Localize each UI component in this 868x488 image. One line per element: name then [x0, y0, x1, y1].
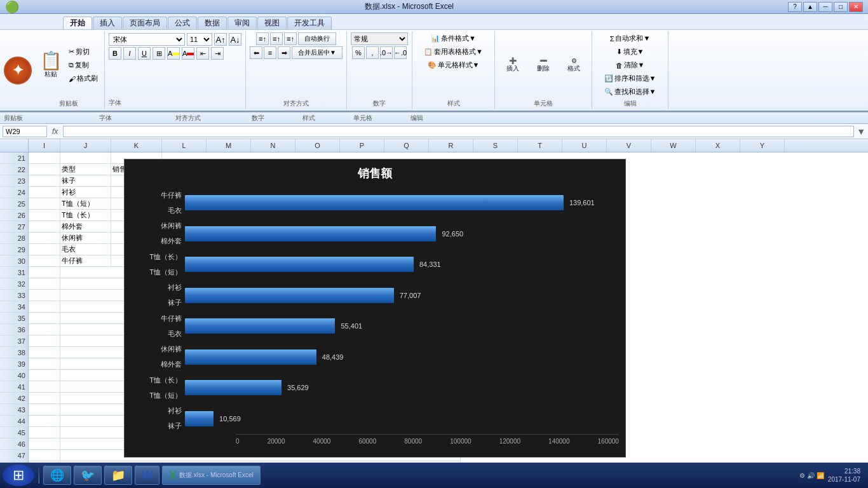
- formula-input[interactable]: [63, 126, 854, 137]
- taskbar-folder[interactable]: 📁: [104, 466, 132, 485]
- font-grow-btn[interactable]: A↑: [214, 33, 227, 46]
- cell-J23[interactable]: 袜子: [60, 175, 111, 187]
- autosum-btn[interactable]: Σ 自动求和▼: [607, 32, 653, 44]
- cell-J21[interactable]: [60, 152, 111, 164]
- maximize-btn[interactable]: □: [834, 2, 848, 12]
- cell-I37[interactable]: [29, 336, 60, 347]
- cell-I21[interactable]: [29, 152, 60, 164]
- align-right-btn[interactable]: ➡: [278, 46, 290, 59]
- cell-J22[interactable]: 类型: [60, 164, 111, 175]
- row-34[interactable]: 34: [0, 301, 28, 313]
- font-color-btn[interactable]: A: [182, 47, 194, 60]
- tab-formula[interactable]: 公式: [168, 17, 197, 29]
- col-S[interactable]: S: [473, 139, 518, 152]
- cell-I22[interactable]: [29, 164, 60, 175]
- row-40[interactable]: 40: [0, 370, 28, 381]
- insert-btn[interactable]: ➕ 插入: [499, 46, 527, 85]
- cell-I40[interactable]: [29, 370, 60, 381]
- cell-J25[interactable]: T恤（短）: [60, 198, 111, 210]
- auto-wrap-btn[interactable]: 自动换行: [298, 32, 336, 45]
- office-button[interactable]: ✦: [4, 57, 32, 85]
- cell-I43[interactable]: [29, 404, 60, 416]
- row-45[interactable]: 45: [0, 427, 28, 438]
- align-top-center-btn[interactable]: ≡↑: [270, 32, 283, 45]
- col-O[interactable]: O: [295, 139, 340, 152]
- row-41[interactable]: 41: [0, 381, 28, 393]
- row-44[interactable]: 44: [0, 416, 28, 427]
- merge-btn[interactable]: 合并后居中▼: [292, 46, 342, 59]
- close-btn[interactable]: ✕: [849, 2, 863, 12]
- cell-I25[interactable]: [29, 198, 60, 210]
- col-Q[interactable]: Q: [384, 139, 429, 152]
- tab-review[interactable]: 审阅: [227, 17, 257, 29]
- cell-I32[interactable]: [29, 278, 60, 290]
- row-36[interactable]: 36: [0, 324, 28, 336]
- increase-decimal-btn[interactable]: .0→: [380, 46, 393, 59]
- cell-I39[interactable]: [29, 358, 60, 370]
- col-U[interactable]: U: [562, 139, 607, 152]
- cell-I47[interactable]: [29, 450, 60, 461]
- col-X[interactable]: X: [696, 139, 740, 152]
- taskbar-browser[interactable]: 🌐: [43, 466, 71, 485]
- copy-button[interactable]: ⧉ 复制: [66, 59, 100, 71]
- cell-I28[interactable]: [29, 233, 60, 244]
- conditional-format-btn[interactable]: 📊 条件格式▼: [428, 32, 478, 44]
- cell-J26[interactable]: T恤（长）: [60, 210, 111, 221]
- row-21[interactable]: 21: [0, 152, 28, 164]
- align-left-btn[interactable]: ⬅: [250, 46, 262, 59]
- row-33[interactable]: 33: [0, 290, 28, 301]
- taskbar-bird[interactable]: 🐦: [74, 466, 102, 485]
- taskbar-word[interactable]: W: [135, 466, 159, 485]
- col-R[interactable]: R: [429, 139, 473, 152]
- col-Y[interactable]: Y: [740, 139, 785, 152]
- row-47[interactable]: 47: [0, 450, 28, 461]
- cell-I34[interactable]: [29, 301, 60, 313]
- ribbon-minimize-btn[interactable]: ▲: [803, 2, 817, 12]
- tab-data[interactable]: 数据: [198, 17, 227, 29]
- taskbar-excel[interactable]: X 数据.xlsx - Microsoft Excel: [162, 466, 261, 485]
- chart[interactable]: 销售额 牛仔裤毛衣休闲裤棉外套T恤（长）T恤（短）衬衫袜子牛仔裤毛衣休闲裤棉外套…: [124, 159, 626, 458]
- help-btn[interactable]: ?: [788, 2, 802, 12]
- minimize-btn[interactable]: ─: [818, 2, 832, 12]
- table-format-btn[interactable]: 📋 套用表格格式▼: [421, 46, 485, 58]
- format-painter-button[interactable]: 🖌 格式刷: [66, 72, 100, 85]
- border-btn[interactable]: ⊞: [153, 47, 165, 60]
- row-30[interactable]: 30: [0, 255, 28, 267]
- cell-J30[interactable]: 牛仔裤: [60, 255, 111, 267]
- cell-I30[interactable]: [29, 255, 60, 267]
- row-35[interactable]: 35: [0, 313, 28, 324]
- italic-button[interactable]: I: [123, 47, 136, 60]
- tab-developer[interactable]: 开发工具: [287, 17, 332, 29]
- row-43[interactable]: 43: [0, 404, 28, 416]
- sort-filter-btn[interactable]: 🔃 排序和筛选▼: [602, 72, 659, 85]
- cell-I29[interactable]: [29, 244, 60, 255]
- col-P[interactable]: P: [340, 139, 384, 152]
- underline-button[interactable]: U: [138, 47, 151, 60]
- cell-I42[interactable]: [29, 393, 60, 404]
- indent-decrease-btn[interactable]: ⇤: [196, 47, 209, 60]
- col-W[interactable]: W: [651, 139, 696, 152]
- cell-I26[interactable]: [29, 210, 60, 221]
- clear-btn[interactable]: 🗑 清除▼: [613, 59, 648, 71]
- format-btn[interactable]: ⚙ 格式: [560, 46, 588, 85]
- tab-insert[interactable]: 插入: [93, 17, 122, 29]
- cell-I31[interactable]: [29, 267, 60, 278]
- cell-I46[interactable]: [29, 438, 60, 450]
- cell-I23[interactable]: [29, 175, 60, 187]
- cell-reference[interactable]: [3, 126, 47, 137]
- cell-J24[interactable]: 衬衫: [60, 187, 111, 198]
- cell-I38[interactable]: [29, 347, 60, 358]
- row-26[interactable]: 26: [0, 210, 28, 221]
- paste-button[interactable]: 📋 粘贴: [37, 46, 65, 85]
- start-button[interactable]: ⊞: [3, 464, 34, 486]
- cell-I36[interactable]: [29, 324, 60, 336]
- col-N[interactable]: N: [251, 139, 295, 152]
- align-center-btn[interactable]: ≡: [264, 46, 276, 59]
- font-family-select[interactable]: 宋体: [109, 33, 185, 46]
- col-I[interactable]: I: [29, 139, 60, 152]
- row-38[interactable]: 38: [0, 347, 28, 358]
- cell-J27[interactable]: 棉外套: [60, 221, 111, 233]
- align-top-right-btn[interactable]: ≡↑: [284, 32, 297, 45]
- row-27[interactable]: 27: [0, 221, 28, 233]
- row-25[interactable]: 25: [0, 198, 28, 210]
